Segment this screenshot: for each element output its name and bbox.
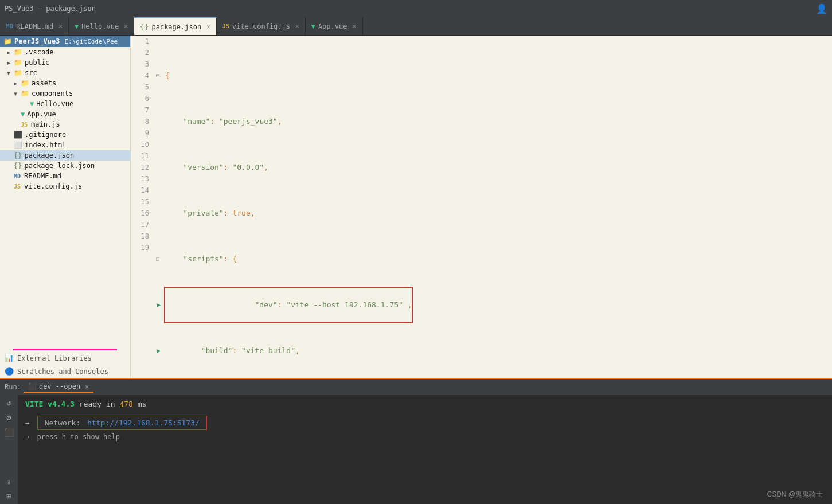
- ln-3: 3: [131, 58, 149, 70]
- code-line-5: ⊟ "scripts": {: [156, 253, 832, 265]
- md-tab-icon: MD: [6, 22, 13, 30]
- tab-readme-label: README.md: [16, 22, 53, 30]
- time-value: 478: [119, 400, 137, 408]
- tab-hello[interactable]: ▼ Hello.vue ✕: [69, 17, 134, 35]
- tab-app-close[interactable]: ✕: [352, 22, 356, 30]
- run-label: Run:: [5, 383, 21, 391]
- run-tab-bar: Run: ⬛ dev --open ✕: [0, 379, 832, 395]
- scratches-label: Scratches and Consoles: [17, 368, 108, 376]
- sidebar-item-package-json[interactable]: {} package.json: [0, 150, 130, 161]
- ready-text: ready in: [79, 400, 119, 408]
- editor-area: 1 2 3 4 5 6 7 8 9 10 11 12 13 14 15 16 1…: [131, 36, 832, 378]
- vue-icon-app: ▼: [21, 110, 25, 118]
- run-tab-close[interactable]: ✕: [85, 383, 89, 390]
- sidebar-item-public[interactable]: ▶ 📁 public: [0, 57, 130, 68]
- tab-package-close[interactable]: ✕: [206, 23, 210, 30]
- ln-8: 8: [131, 116, 149, 127]
- label-index-html: index.html: [25, 141, 66, 149]
- md-icon-readme: MD: [14, 173, 21, 179]
- ln-10: 10: [131, 139, 149, 150]
- arrow-network: →: [25, 419, 30, 427]
- tab-hello-label: Hello.vue: [81, 22, 119, 30]
- sidebar-item-main-js[interactable]: JS main.js: [0, 119, 130, 130]
- tab-hello-close[interactable]: ✕: [124, 22, 128, 30]
- ln-4: 4: [131, 70, 149, 81]
- arrow-icon-vscode: ▶: [7, 49, 14, 56]
- code-line-6: ▶ "dev": "vite --host 192.168.1.75" ,: [156, 299, 832, 311]
- run-content: ↺ ⚙ ⬛ ⇩ ⊞ VITE v4.4.3 ready in 478 ms → …: [0, 395, 832, 504]
- network-box: Network: http://192.168.1.75:5173/: [38, 416, 206, 429]
- top-bar: PS_Vue3 — package.json 👤: [0, 0, 832, 17]
- pin-icon[interactable]: ⊞: [6, 491, 13, 502]
- editor-content: 1 2 3 4 5 6 7 8 9 10 11 12 13 14 15 16 1…: [131, 36, 832, 378]
- sidebar-section-external[interactable]: 📊 External Libraries: [0, 351, 130, 365]
- sidebar-section-scratches[interactable]: 🔵 Scratches and Consoles: [0, 365, 130, 378]
- sidebar-item-components[interactable]: ▼ 📁 components: [0, 88, 130, 99]
- restart-icon[interactable]: ↺: [6, 397, 13, 408]
- network-label: Network:: [45, 419, 81, 427]
- sidebar-item-hello-vue[interactable]: ▼ Hello.vue: [0, 99, 130, 109]
- tab-app[interactable]: ▼ App.vue ✕: [306, 17, 363, 35]
- tab-bar: MD README.md ✕ ▼ Hello.vue ✕ {} package.…: [0, 17, 832, 36]
- json-tab-icon: {}: [140, 22, 149, 31]
- network-url[interactable]: http://192.168.1.75:5173/: [87, 419, 200, 427]
- tab-package[interactable]: {} package.json ✕: [134, 17, 217, 35]
- help-line: → press h to show help: [25, 433, 825, 441]
- sidebar-item-vite-config[interactable]: JS vite.config.js: [0, 181, 130, 192]
- scroll-down-icon[interactable]: ⇩: [6, 476, 13, 487]
- sidebar-item-vscode[interactable]: ▶ 📁 .vscode: [0, 47, 130, 57]
- run-icon-7[interactable]: ▶: [157, 345, 161, 357]
- fold-5[interactable]: ⊟: [156, 253, 164, 265]
- run-icon-6[interactable]: ▶: [157, 299, 161, 311]
- js-icon-main: JS: [21, 122, 28, 128]
- js-tab-icon: JS: [222, 23, 229, 29]
- code-line-3: "version": "0.0.0",: [156, 162, 832, 173]
- vite-version: v4.4.3: [48, 400, 75, 408]
- tab-readme-close[interactable]: ✕: [58, 22, 63, 30]
- ln-7: 7: [131, 104, 149, 116]
- project-name: PeerJS_Vue3: [14, 37, 60, 45]
- ln-2: 2: [131, 47, 149, 58]
- stop-icon[interactable]: ⬛: [3, 427, 15, 438]
- external-libraries-icon: 📊: [5, 354, 14, 362]
- html-icon-index: ⬜: [14, 141, 22, 149]
- sidebar-scroll-indicator: [13, 349, 118, 350]
- sidebar-item-assets[interactable]: ▶ 📁 assets: [0, 78, 130, 88]
- ln-17: 17: [131, 219, 149, 230]
- run-tab-dev[interactable]: ⬛ dev --open ✕: [24, 381, 93, 393]
- folder-icon-src: 📁: [14, 69, 22, 77]
- settings-icon[interactable]: ⚙: [5, 412, 12, 423]
- sidebar-item-index-html[interactable]: ⬜ index.html: [0, 140, 130, 150]
- fold-1[interactable]: ⊟: [156, 70, 164, 81]
- tab-package-label: package.json: [151, 23, 201, 31]
- code-line-2: "name": "peerjs_vue3",: [156, 116, 832, 127]
- js-icon-vite: JS: [14, 183, 21, 190]
- vue-icon-hello: ▼: [30, 100, 34, 108]
- sidebar-item-src[interactable]: ▼ 📁 src: [0, 68, 130, 78]
- sidebar-item-readme-md[interactable]: MD README.md: [0, 171, 130, 181]
- tab-vite[interactable]: JS vite.config.js ✕: [217, 17, 306, 35]
- tab-vite-close[interactable]: ✕: [295, 22, 299, 30]
- sidebar-item-app-vue[interactable]: ▼ App.vue: [0, 109, 130, 119]
- ln-18: 18: [131, 230, 149, 242]
- json-icon-package: {}: [14, 151, 22, 159]
- code-line-4: "private": true,: [156, 208, 832, 219]
- vite-ready-line: VITE v4.4.3 ready in 478 ms: [25, 400, 825, 408]
- label-components: components: [32, 89, 73, 97]
- ln-16: 16: [131, 208, 149, 219]
- top-bar-icons: 👤: [816, 3, 827, 14]
- sidebar-item-gitignore[interactable]: ⬛ .gitignore: [0, 130, 130, 140]
- run-output: VITE v4.4.3 ready in 478 ms → Network: h…: [18, 395, 832, 504]
- run-tab-icon: ⬛: [28, 382, 37, 390]
- sidebar-item-package-lock[interactable]: {} package-lock.json: [0, 161, 130, 171]
- label-assets: assets: [32, 79, 56, 87]
- ln-15: 15: [131, 196, 149, 208]
- run-sidebar: ↺ ⚙ ⬛ ⇩ ⊞: [0, 395, 18, 504]
- ln-5: 5: [131, 81, 149, 93]
- user-avatar[interactable]: 👤: [816, 3, 827, 14]
- project-icon: 📁: [3, 37, 12, 45]
- ln-9: 9: [131, 127, 149, 139]
- watermark: CSDN @鬼鬼骑士: [767, 490, 823, 499]
- tab-readme[interactable]: MD README.md ✕: [0, 17, 69, 35]
- code-editor[interactable]: ⊟ { "name": "peerjs_vue3", "version": "0…: [154, 36, 832, 378]
